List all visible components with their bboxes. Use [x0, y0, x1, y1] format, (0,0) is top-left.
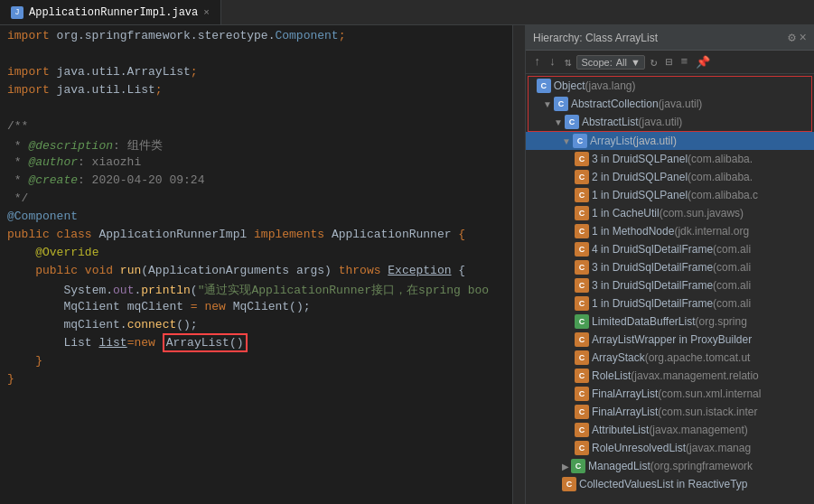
tree-item-name: Object — [554, 79, 585, 92]
tree-item-abstractlist[interactable]: ▼ C AbstractList (java.util) — [529, 113, 811, 131]
tree-item-pkg: (javax.manag — [686, 442, 751, 454]
tree-item-pkg: (com.ali — [713, 243, 751, 256]
tree-item-child[interactable]: C 3 in DruidSQLPanel (com.alibaba. — [526, 150, 814, 168]
collapse-icon[interactable]: ⊟ — [663, 54, 676, 70]
tree-item-child[interactable]: C 1 in DruidSQLPanel (com.alibaba.c — [526, 186, 814, 204]
class-icon: C — [575, 242, 589, 257]
class-icon: C — [575, 206, 589, 220]
editor-scrollbar[interactable] — [512, 25, 525, 504]
class-icon: C — [575, 441, 589, 455]
scope-label: Scope: — [581, 57, 612, 68]
tree-item-child[interactable]: C 3 in DruidSqlDetailFrame (com.ali — [526, 258, 814, 276]
settings-icon[interactable]: ⚙ — [788, 30, 795, 45]
tree-item-pkg: (javax.management) — [649, 424, 747, 436]
tab-close-button[interactable]: × — [203, 7, 210, 18]
code-text: import java.util.ArrayList; — [7, 65, 198, 79]
supertypes-icon[interactable]: ↑ — [531, 54, 544, 70]
tab-label: ApplicationRunnerImpl.java — [29, 6, 198, 19]
tree-item-pkg: (org.springframework — [650, 460, 753, 472]
hierarchy-panel: Hierarchy: Class ArrayList ⚙ × ↑ ↓ ⇅ Sco… — [525, 25, 814, 504]
tree-arrow: ▼ — [554, 117, 563, 127]
code-text: * @description: 组件类 — [7, 137, 163, 154]
hierarchy-toolbar: ↑ ↓ ⇅ Scope: All ▼ ↻ ⊟ ≡ 📌 — [526, 51, 814, 74]
class-icon: C — [565, 115, 579, 129]
tree-item-name: ArrayListWrapper in ProxyBuilder — [592, 333, 752, 346]
tree-item-child[interactable]: C ArrayListWrapper in ProxyBuilder — [526, 331, 814, 349]
code-text: MqClient mqClient = new MqClient(); — [7, 300, 311, 313]
tree-item-pkg: (jdk.internal.org — [674, 225, 749, 238]
code-line: public void run(ApplicationArguments arg… — [0, 264, 512, 282]
tree-item-name: AbstractCollection — [571, 98, 659, 110]
expand-all-icon[interactable]: ⇅ — [562, 54, 575, 70]
tree-item-child[interactable]: C 1 in CacheUtil (com.sun.javaws) — [526, 204, 814, 222]
tree-item-collectedvalueslist[interactable]: C CollectedValuesList in ReactiveTyp — [526, 475, 814, 493]
tree-item-pkg: (com.alibaba. — [688, 171, 753, 183]
scope-value: All — [616, 57, 627, 68]
tree-item-child[interactable]: C LimitedDataBufferList (org.spring — [526, 313, 814, 331]
tree-container[interactable]: C Object (java.lang) ▼ C AbstractCollect… — [526, 74, 814, 504]
class-icon: C — [575, 350, 589, 365]
hierarchy-header-icons: ⚙ × — [788, 30, 807, 45]
hierarchy-title: Hierarchy: Class ArrayList — [533, 32, 658, 44]
pin-icon[interactable]: 📌 — [693, 54, 713, 70]
java-file-icon: J — [11, 6, 23, 19]
tree-item-arraylist[interactable]: ▼ C ArrayList (java.util) — [526, 132, 814, 150]
subtypes-icon[interactable]: ↓ — [547, 54, 559, 70]
tree-arrow: ▶ — [562, 462, 569, 471]
tree-item-child[interactable]: C RoleList (javax.management.relatio — [526, 367, 814, 385]
tab-applicationrunnerimpl[interactable]: J ApplicationRunnerImpl.java × — [0, 0, 221, 24]
settings2-icon[interactable]: ≡ — [678, 54, 690, 70]
class-icon: C — [575, 188, 589, 202]
code-text: public class ApplicationRunnerImpl imple… — [7, 228, 465, 241]
class-icon: C — [575, 260, 589, 275]
class-icon: C — [575, 170, 589, 184]
tree-item-pkg: (com.sun.javaws) — [660, 207, 744, 219]
tree-item-pkg: (com.alibaba. — [688, 153, 753, 165]
close-icon[interactable]: × — [800, 31, 807, 45]
tree-arrow — [532, 81, 535, 91]
tree-item-abstractcollection[interactable]: ▼ C AbstractCollection (java.util) — [529, 95, 811, 113]
class-icon: C — [575, 405, 589, 419]
tree-item-pkg: (com.ali — [713, 261, 751, 274]
code-line — [0, 47, 512, 65]
tree-item-managedlist[interactable]: ▶ C ManagedList (org.springframework — [526, 457, 814, 475]
code-line: } — [0, 354, 512, 372]
tree-item-child[interactable]: C 3 in DruidSqlDetailFrame (com.ali — [526, 276, 814, 294]
tree-item-pkg: (javax.management.relatio — [631, 369, 758, 382]
scope-dropdown[interactable]: Scope: All ▼ — [576, 55, 644, 70]
tree-item-object[interactable]: C Object (java.lang) — [529, 77, 811, 95]
tree-item-name: 1 in CacheUtil — [592, 207, 660, 219]
tree-item-name: 2 in DruidSQLPanel — [592, 171, 688, 183]
code-line — [0, 101, 512, 119]
tree-item-pkg: (com.sun.xml.internal — [658, 387, 761, 400]
tree-item-child[interactable]: C 2 in DruidSQLPanel (com.alibaba. — [526, 168, 814, 186]
code-text: import org.springframework.stereotype.Co… — [7, 29, 345, 42]
tree-item-name: 1 in DruidSqlDetailFrame — [592, 297, 713, 310]
code-text: @Component — [7, 210, 78, 223]
class-icon: C — [575, 296, 589, 311]
tree-item-child[interactable]: C 4 in DruidSqlDetailFrame (com.ali — [526, 240, 814, 258]
tree-item-child[interactable]: C 1 in DruidSqlDetailFrame (com.ali — [526, 294, 814, 313]
code-line: import java.util.List; — [0, 83, 512, 101]
tree-item-child[interactable]: C FinalArrayList (com.sun.xml.internal — [526, 385, 814, 403]
tree-item-child[interactable]: C AttributeList (javax.management) — [526, 421, 814, 439]
tree-item-child[interactable]: C RoleUnresolvedList (javax.manag — [526, 439, 814, 457]
tree-item-name: AttributeList — [592, 424, 649, 436]
tree-item-child[interactable]: C 1 in MethodNode (jdk.internal.org — [526, 222, 814, 240]
code-line: */ — [0, 191, 512, 210]
code-text: } — [7, 354, 42, 368]
class-icon: C — [575, 224, 589, 238]
tree-item-name: FinalArrayList — [592, 387, 658, 400]
tree-item-name: RoleList — [592, 369, 631, 382]
class-icon: C — [575, 369, 589, 383]
code-text: List list=new ArrayList() — [7, 336, 248, 350]
tree-item-name: ArrayList — [590, 135, 632, 147]
tree-item-child[interactable]: C FinalArrayList (com.sun.istack.inter — [526, 403, 814, 421]
class-icon: C — [537, 79, 551, 93]
editor-area[interactable]: import org.springframework.stereotype.Co… — [0, 25, 512, 504]
tree-item-pkg: (com.sun.istack.inter — [658, 406, 757, 418]
code-text: * @author: xiaozhi — [7, 155, 141, 169]
tree-item-child[interactable]: C ArrayStack (org.apache.tomcat.ut — [526, 349, 814, 367]
code-container[interactable]: import org.springframework.stereotype.Co… — [0, 25, 512, 504]
refresh-icon[interactable]: ↻ — [648, 54, 660, 70]
